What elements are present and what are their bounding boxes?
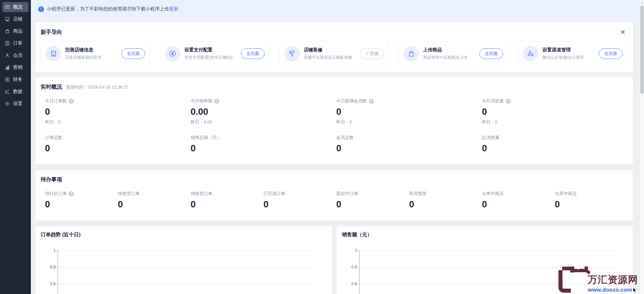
- guide-item-shop-info: 完善店铺信息 完善店铺基础信息等 去完善: [41, 41, 150, 66]
- help-icon[interactable]: ?: [69, 99, 74, 104]
- guide-item-upload-goods: 上传商品 商品管理中添加商品上传 去完善: [398, 41, 508, 66]
- stat-yesterday: 昨日：0: [482, 119, 628, 125]
- go-complete-button[interactable]: 去完善: [479, 48, 503, 59]
- stat-total-orders: 订单总数 0: [45, 135, 191, 156]
- help-icon[interactable]: ?: [214, 99, 219, 104]
- update-time: 更新时间：2024-03-18 12:36:27: [66, 84, 128, 90]
- sidebar-item-orders[interactable]: 订单: [2, 38, 29, 48]
- todo-completed-orders: 已完成订单 0: [263, 191, 336, 212]
- finance-icon: [5, 77, 10, 82]
- members-icon: [5, 53, 10, 58]
- total-stats-row: 订单总数 0 销售总额（元） 0 会员总数 0 总浏览量 0: [41, 135, 628, 156]
- help-icon[interactable]: ?: [506, 99, 511, 104]
- go-complete-button[interactable]: 去完善: [241, 48, 265, 59]
- y-axis-tick: 0.6: [50, 282, 56, 286]
- todo-value: 0: [555, 199, 628, 210]
- todo-on-sale-goods: 出售中商品 0: [482, 191, 555, 212]
- todo-warehouse-goods: 仓库中商品 0: [555, 191, 628, 212]
- charts-row: 订单趋势 (近十日) 1 0.8 0.6 0.4: [35, 226, 633, 294]
- marketing-icon: [5, 65, 10, 70]
- todo-value: 0: [263, 199, 336, 210]
- pay-yuan-icon: [165, 46, 180, 61]
- stat-today-new-members: 今日新增会员数? 0 昨日：0: [336, 98, 482, 125]
- todo-pending-receipt: 待收货订单 0: [191, 191, 263, 212]
- guide-item-decorate: 店铺装修 店铺可实现自定义模板装修 ✓完成: [279, 41, 389, 66]
- todo-value: 0: [45, 199, 118, 210]
- guide-item-subtitle: 微信公众号/微信小程序: [542, 55, 599, 60]
- upload-goods-icon: [404, 46, 419, 61]
- channel-icon: [523, 46, 538, 61]
- realtime-overview-card: 实时概况 更新时间：2024-03-18 12:36:27 今日订单数? 0 昨…: [35, 78, 633, 164]
- order-trend-chart-title: 订单趋势 (近十日): [39, 232, 316, 238]
- guide-item-subtitle: 支付方式配置(支付宝/微信): [184, 55, 241, 60]
- todo-card: 待办事项 待付款订单? 0 待发货订单 0 待收货订单 0: [35, 170, 633, 220]
- todo-value: 0: [409, 199, 482, 210]
- stat-value: 0: [482, 107, 628, 117]
- sidebar-item-label: 财务: [13, 77, 22, 83]
- stat-yesterday: 昨日：0: [336, 119, 482, 125]
- todo-value: 0: [191, 199, 263, 210]
- guide-item-title: 设置支付配置: [184, 47, 241, 53]
- storefront-icon: [46, 46, 61, 61]
- paint-roller-icon: [284, 46, 300, 61]
- data-icon: [5, 89, 10, 94]
- done-button[interactable]: ✓完成: [360, 48, 384, 59]
- notice-text: 小程序已更新，为了不影响您的使用请尽快下载小程序上传: [47, 6, 169, 12]
- help-icon[interactable]: ?: [69, 191, 74, 196]
- vertical-scrollbar[interactable]: ▲: [639, 0, 644, 294]
- watermark-site-name: 万汇资源网: [588, 273, 638, 287]
- stat-total-members: 会员总数 0: [336, 135, 482, 156]
- stat-value: 0: [336, 107, 482, 117]
- y-axis-line: [58, 250, 58, 294]
- settings-icon: [5, 101, 10, 106]
- check-icon: ✓: [365, 51, 369, 56]
- watermark-url: www.dosxs.com: [588, 287, 637, 293]
- go-complete-button[interactable]: 去完善: [599, 48, 623, 59]
- todo-value: 0: [482, 199, 555, 210]
- info-icon: !: [38, 6, 44, 12]
- sidebar-item-finance[interactable]: 财务: [2, 75, 29, 85]
- guide-item-title: 上传商品: [423, 47, 479, 53]
- sidebar-item-overview[interactable]: 概况: [2, 2, 29, 12]
- scrollbar-thumb[interactable]: [640, 5, 644, 94]
- todo-pending-payment: 待付款订单? 0: [45, 191, 118, 212]
- sidebar-item-members[interactable]: 会员: [2, 50, 29, 60]
- help-icon[interactable]: ?: [369, 99, 374, 104]
- stat-value: 0: [45, 107, 191, 117]
- close-icon[interactable]: ✕: [618, 28, 628, 36]
- y-axis-line: [359, 250, 360, 294]
- sidebar-item-label: 概况: [13, 4, 22, 10]
- guide-item-title: 店铺装修: [304, 47, 360, 53]
- sidebar: 概况 店铺 商品 订单 会员 营销 财务 数据: [0, 0, 31, 294]
- update-link[interactable]: 更新: [169, 6, 178, 12]
- today-stats-row: 今日订单数? 0 昨日：0 今日销售额? 0.00 昨日：0.00 今日新增会员…: [41, 98, 628, 125]
- sidebar-item-label: 订单: [13, 40, 22, 46]
- stat-value: 0: [45, 143, 191, 154]
- guide-item-subtitle: 完善店铺基础信息等: [65, 55, 121, 60]
- admin-dashboard: 概况 店铺 商品 订单 会员 营销 财务 数据: [0, 0, 644, 294]
- sidebar-item-marketing[interactable]: 营销: [2, 62, 29, 72]
- guide-item-channel: 设置渠道管理 微信公众号/微信小程序 去完善: [518, 41, 628, 66]
- go-complete-button[interactable]: 去完善: [121, 48, 145, 59]
- y-axis-tick: 0.8: [352, 265, 357, 270]
- sidebar-item-settings[interactable]: 设置: [2, 99, 29, 109]
- sidebar-item-goods[interactable]: 商品: [2, 26, 29, 36]
- sidebar-item-data[interactable]: 数据: [2, 87, 29, 97]
- y-axis-tick: 0.6: [352, 282, 357, 286]
- scrollbar-up-arrow-icon[interactable]: ▲: [640, 0, 644, 4]
- shop-icon: [5, 16, 10, 22]
- guide-title: 新手导向: [41, 29, 62, 36]
- sidebar-item-label: 店铺: [13, 16, 22, 22]
- overview-icon: [5, 4, 10, 10]
- stat-today-orders: 今日订单数? 0 昨日：0: [45, 98, 191, 125]
- watermark: 万汇资源网 www.dosxs.com: [557, 262, 638, 293]
- stat-value: 0: [336, 143, 482, 154]
- sidebar-item-shop[interactable]: 店铺: [2, 14, 29, 24]
- content: 新手导向 ✕ 完善店铺信息 完善店铺基础信息等 去完善: [31, 18, 644, 294]
- cursor-icon: [633, 287, 637, 293]
- stat-today-views: 今日浏览量? 0 昨日：0: [482, 98, 628, 125]
- stat-yesterday: 昨日：0: [45, 119, 191, 125]
- stat-total-views: 总浏览量 0: [482, 135, 628, 156]
- stat-today-sales: 今日销售额? 0.00 昨日：0.00: [191, 98, 336, 125]
- stat-value: 0.00: [191, 107, 336, 117]
